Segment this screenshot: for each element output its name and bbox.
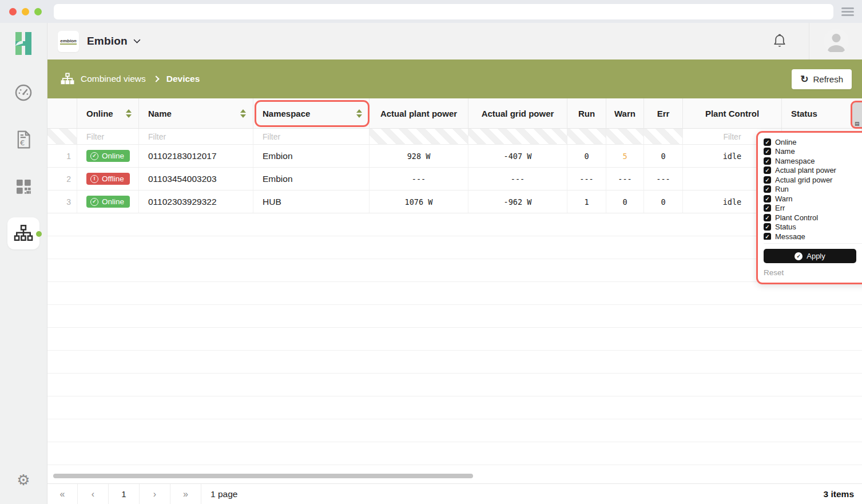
column-header-err[interactable]: Err <box>644 98 683 128</box>
offline-badge: ! Offline <box>86 173 130 185</box>
option-label: Actual plant power <box>775 166 836 174</box>
column-menu-option-status[interactable]: ✓Status <box>764 223 862 232</box>
column-menu-option-actual-grid-power[interactable]: ✓Actual grid power <box>764 175 862 185</box>
column-chooser-button[interactable]: ▤ <box>851 101 862 129</box>
badge-label: Online <box>102 152 124 160</box>
column-menu-option-name[interactable]: ✓Name <box>764 147 862 157</box>
sort-icon[interactable] <box>356 109 362 118</box>
table-row[interactable]: 3 ✓ Online 01102303929322 HUB 1076 W -96… <box>47 191 862 213</box>
sort-icon[interactable] <box>240 109 246 118</box>
first-page-button[interactable]: « <box>47 484 78 504</box>
user-avatar[interactable] <box>824 29 849 54</box>
table-row[interactable]: 1 ✓ Online 01102183012017 Embion 928 W -… <box>47 145 862 168</box>
filter-cell-namespace <box>253 129 370 144</box>
column-header-status[interactable]: Status <box>782 98 862 128</box>
svg-text:€: € <box>20 138 25 147</box>
filter-input-online[interactable] <box>77 132 138 141</box>
h-logo-icon <box>11 30 35 57</box>
sidebar-item-billing[interactable]: € <box>7 124 39 156</box>
screen: € <box>0 0 862 504</box>
checkbox-checked-icon: ✓ <box>764 176 771 184</box>
column-menu-option-err[interactable]: ✓Err <box>764 204 862 213</box>
table-filter-row <box>47 129 862 145</box>
window-zoom-button[interactable] <box>34 8 42 15</box>
sidebar-item-codes[interactable] <box>7 170 39 203</box>
option-label: Message <box>775 232 805 240</box>
pagination-bar: « ‹ 1 › » 1 page 3 items <box>47 483 862 504</box>
browser-address-bar[interactable] <box>54 4 833 19</box>
table-row[interactable]: 2 ! Offline 01103454003203 Embion --- --… <box>47 168 862 191</box>
column-label: Actual grid power <box>482 109 554 118</box>
check-circle-icon: ✓ <box>90 152 98 160</box>
avatar-icon <box>824 29 849 54</box>
cell-online: ✓ Online <box>77 145 139 167</box>
prev-page-button[interactable]: ‹ <box>78 484 109 504</box>
column-menu-option-namespace[interactable]: ✓Namespace <box>764 156 862 166</box>
option-label: Warn <box>775 195 793 203</box>
cell-actual-plant-power: 1076 W <box>370 191 468 213</box>
spacer <box>237 484 823 504</box>
column-label: Run <box>578 109 595 118</box>
main-content: embion Embion <box>47 23 862 504</box>
column-header-name[interactable]: Name <box>139 98 253 128</box>
option-label: Run <box>775 185 789 193</box>
notifications-button[interactable] <box>750 33 809 49</box>
sidebar-item-settings[interactable]: ⚙ <box>7 464 39 496</box>
column-menu-option-warn[interactable]: ✓Warn <box>764 194 862 204</box>
horizontal-scrollbar[interactable] <box>53 474 473 478</box>
column-header-online[interactable]: Online <box>77 98 139 128</box>
reset-link[interactable]: Reset <box>764 268 862 277</box>
column-label: Namespace <box>263 109 310 118</box>
invoice-document-icon: € <box>14 130 33 149</box>
gauge-icon <box>14 83 33 102</box>
last-page-button[interactable]: » <box>170 484 201 504</box>
org-title: Embion <box>87 35 128 47</box>
qr-code-icon <box>14 177 33 196</box>
column-menu-option-online[interactable]: ✓Online <box>764 137 862 147</box>
filter-cell-disabled <box>644 129 683 144</box>
next-page-button[interactable]: › <box>140 484 170 504</box>
column-menu-list: ✓Online ✓Name ✓Namespace ✓Actual plant p… <box>764 137 862 240</box>
sidebar-item-device-hierarchy[interactable] <box>7 217 39 249</box>
cell-row-number: 3 <box>47 191 77 213</box>
column-header-actual-plant-power[interactable]: Actual plant power <box>370 98 468 128</box>
checkbox-checked-icon: ✓ <box>764 157 771 165</box>
divider <box>809 23 809 59</box>
window-close-button[interactable] <box>9 8 17 15</box>
column-label: Online <box>86 109 113 118</box>
cell-name: 01102303929322 <box>139 191 253 213</box>
bell-icon <box>772 33 787 49</box>
column-menu-option-message[interactable]: ✓Message <box>764 232 862 240</box>
org-switcher[interactable]: Embion <box>87 35 140 47</box>
filter-input-name[interactable] <box>139 132 253 141</box>
option-label: Err <box>775 204 785 212</box>
active-indicator-dot <box>36 231 42 237</box>
refresh-button[interactable]: ↻ Refresh <box>792 69 852 89</box>
column-menu-option-actual-plant-power[interactable]: ✓Actual plant power <box>764 166 862 176</box>
window-minimize-button[interactable] <box>22 8 29 15</box>
column-header-warn[interactable]: Warn <box>606 98 644 128</box>
checkbox-checked-icon: ✓ <box>764 138 771 146</box>
breadcrumb-root[interactable]: Combined views <box>81 74 146 84</box>
hierarchy-icon <box>61 73 74 85</box>
column-header-plant-control[interactable]: Plant Control <box>683 98 782 128</box>
column-header-run[interactable]: Run <box>567 98 606 128</box>
current-page-button[interactable]: 1 <box>109 484 140 504</box>
table-settings-icon: ▤ <box>855 121 860 126</box>
sort-icon[interactable] <box>126 109 132 118</box>
breadcrumb-separator-icon <box>153 76 159 82</box>
column-header-namespace[interactable]: Namespace <box>253 98 370 128</box>
column-label: Name <box>148 109 172 118</box>
column-menu-option-plant-control[interactable]: ✓Plant Control <box>764 213 862 223</box>
cell-actual-grid-power: -407 W <box>468 145 567 167</box>
column-menu-option-run[interactable]: ✓Run <box>764 185 862 195</box>
column-header-actual-grid-power[interactable]: Actual grid power <box>468 98 567 128</box>
browser-menu-icon[interactable] <box>841 7 854 16</box>
app-logo[interactable] <box>10 29 37 58</box>
sidebar-item-dashboard[interactable] <box>7 77 39 109</box>
cell-actual-grid-power: -962 W <box>468 191 567 213</box>
apply-button[interactable]: ✓ Apply <box>764 249 856 263</box>
chevron-down-icon <box>133 36 141 43</box>
cell-warn: 0 <box>606 191 644 213</box>
filter-input-namespace[interactable] <box>253 132 369 141</box>
